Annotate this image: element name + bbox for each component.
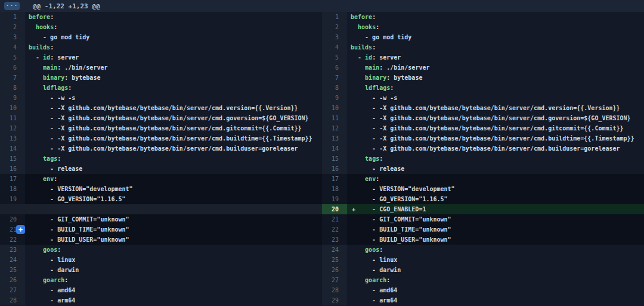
- line-number[interactable]: 12: [322, 123, 347, 133]
- line-number[interactable]: 5: [322, 52, 347, 63]
- diff-row: 15 tags:: [0, 154, 322, 164]
- code-text: - darwin: [351, 267, 401, 273]
- line-number[interactable]: 29: [322, 295, 347, 305]
- diff-body: 1before:2 hooks:3 - go mod tidy4builds:5…: [0, 12, 644, 305]
- line-number[interactable]: 25: [322, 255, 347, 265]
- line-number[interactable]: 27: [322, 275, 347, 285]
- line-number[interactable]: 16: [0, 164, 25, 174]
- line-number[interactable]: 17: [0, 174, 25, 184]
- diff-row: 9 - -w -s: [0, 93, 322, 103]
- code-text: - BUILD_TIME="unknown": [351, 226, 451, 233]
- line-number[interactable]: 26: [322, 265, 347, 275]
- line-number[interactable]: 8: [0, 83, 25, 93]
- line-number[interactable]: 1: [0, 12, 25, 22]
- code-text: :: [379, 155, 383, 162]
- line-number[interactable]: 22: [322, 224, 347, 235]
- line-number[interactable]: 5: [0, 52, 25, 63]
- diff-row: 16 - release: [322, 164, 644, 174]
- line-number[interactable]: 20: [322, 204, 347, 214]
- more-options-button[interactable]: ···: [4, 2, 20, 10]
- split-diff-viewer: ··· @@ -1,22 +1,23 @@ 1before:2 hooks:3 …: [0, 0, 644, 306]
- line-number[interactable]: 18: [322, 184, 347, 194]
- diff-row: 14 - -X github.com/bytebase/bytebase/bin…: [322, 143, 644, 154]
- line-number[interactable]: 6: [0, 63, 25, 73]
- line-number[interactable]: 26: [0, 275, 25, 285]
- line-number[interactable]: 24: [0, 255, 25, 265]
- yaml-key: id: [365, 54, 372, 61]
- code-text: - release: [351, 166, 404, 172]
- line-number[interactable]: 6: [322, 63, 347, 73]
- line-number[interactable]: 28: [322, 285, 347, 295]
- line-number[interactable]: 7: [322, 73, 347, 83]
- line-number[interactable]: 4: [322, 42, 347, 52]
- code-line: - release: [25, 164, 322, 174]
- diff-row: 8 ldflags:: [0, 83, 322, 93]
- diff-right-pane: 1before:2 hooks:3 - go mod tidy4builds:5…: [322, 12, 644, 305]
- line-number[interactable]: 13: [0, 133, 25, 143]
- line-number[interactable]: 10: [0, 103, 25, 113]
- line-number[interactable]: 9: [322, 93, 347, 103]
- line-number[interactable]: 12: [0, 123, 25, 133]
- code-text: - GO_VERSION="1.16.5": [29, 196, 126, 202]
- code-line: before:: [25, 12, 322, 22]
- line-number[interactable]: 13: [322, 133, 347, 143]
- code-text: -: [29, 54, 43, 61]
- code-line: binary: bytebase: [25, 73, 322, 83]
- line-number[interactable]: 10: [322, 103, 347, 113]
- diff-row: 22 - BUILD_TIME="unknown": [322, 224, 644, 235]
- line-number[interactable]: 15: [322, 154, 347, 164]
- line-number[interactable]: 25: [0, 265, 25, 275]
- line-number[interactable]: 23: [0, 245, 25, 255]
- yaml-key: builds: [29, 44, 50, 51]
- line-number[interactable]: 8: [322, 83, 347, 93]
- yaml-key: env: [365, 176, 376, 182]
- line-number[interactable]: 14: [0, 143, 25, 154]
- line-number[interactable]: 28: [0, 295, 25, 305]
- line-number[interactable]: 3: [322, 32, 347, 42]
- code-text: :: [68, 85, 72, 91]
- code-text: :: [390, 85, 394, 91]
- yaml-key: hooks: [36, 24, 54, 30]
- line-number[interactable]: 11: [322, 113, 347, 123]
- line-number[interactable]: 21: [322, 214, 347, 224]
- line-number[interactable]: 22: [0, 235, 25, 245]
- line-number[interactable]: 20: [0, 214, 25, 224]
- line-number[interactable]: 3: [0, 32, 25, 42]
- code-text: - -X github.com/bytebase/bytebase/bin/se…: [351, 125, 624, 132]
- code-line: - BUILD_USER="unknown": [347, 235, 644, 245]
- line-number[interactable]: 16: [322, 164, 347, 174]
- line-number[interactable]: 19: [322, 194, 347, 204]
- code-text: :: [386, 277, 390, 283]
- code-text: - arm64: [351, 297, 397, 304]
- line-number[interactable]: 4: [0, 42, 25, 52]
- code-text: : bytebase: [386, 74, 422, 81]
- line-number[interactable]: 23: [322, 235, 347, 245]
- line-number[interactable]: 1: [322, 12, 347, 22]
- line-number[interactable]: 19: [0, 194, 25, 204]
- line-number[interactable]: 24: [322, 245, 347, 255]
- code-text: - amd64: [351, 287, 397, 293]
- line-number[interactable]: 11: [0, 113, 25, 123]
- add-comment-button[interactable]: +: [16, 225, 25, 234]
- diff-row: 27 - amd64: [0, 285, 322, 295]
- line-number[interactable]: 18: [0, 184, 25, 194]
- line-number[interactable]: 15: [0, 154, 25, 164]
- yaml-key: builds: [351, 44, 372, 51]
- code-text: - -X github.com/bytebase/bytebase/bin/se…: [351, 135, 634, 142]
- yaml-key: binary: [43, 74, 64, 81]
- line-number[interactable]: 2: [0, 22, 25, 32]
- code-text: [29, 85, 43, 91]
- line-number[interactable]: 2: [322, 22, 347, 32]
- code-line: - arm64: [347, 295, 644, 305]
- line-number[interactable]: 17: [322, 174, 347, 184]
- line-number[interactable]: 7: [0, 73, 25, 83]
- diff-row: 1before:: [0, 12, 322, 22]
- code-line: ldflags:: [347, 83, 644, 93]
- line-number[interactable]: 9: [0, 93, 25, 103]
- yaml-key: goarch: [43, 277, 64, 283]
- line-number[interactable]: 27: [0, 285, 25, 295]
- diff-row: 26 - darwin: [322, 265, 644, 275]
- line-number[interactable]: 14: [322, 143, 347, 154]
- diff-row: 4builds:: [0, 42, 322, 52]
- code-text: :: [64, 277, 68, 283]
